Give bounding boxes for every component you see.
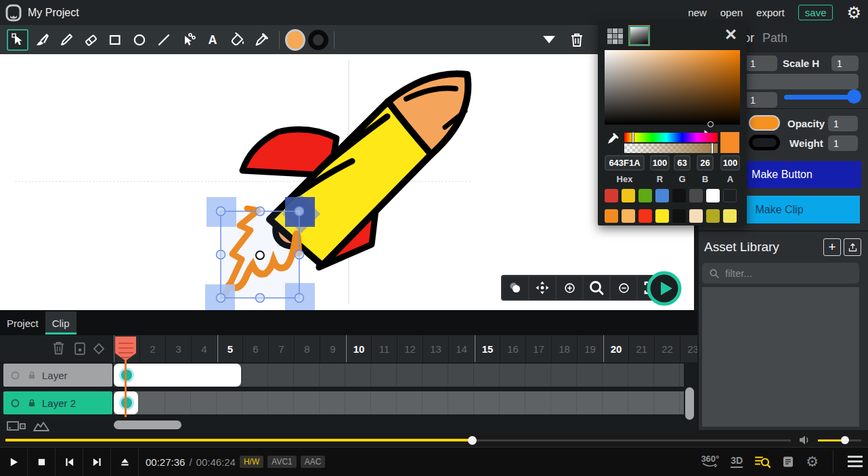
frame-9-cell[interactable]: 9 bbox=[320, 335, 346, 362]
frame-21-cell[interactable]: 21 bbox=[629, 335, 655, 362]
volume-knob[interactable] bbox=[841, 436, 849, 444]
color-swatch[interactable] bbox=[689, 209, 703, 223]
settings-gear-icon[interactable]: ⚙ bbox=[846, 5, 861, 21]
tab-project[interactable]: Project bbox=[0, 311, 45, 334]
stop-button[interactable] bbox=[28, 448, 56, 476]
hue-slider-marker[interactable] bbox=[632, 132, 634, 143]
frame-7-cell[interactable]: 7 bbox=[269, 335, 295, 362]
add-asset-button[interactable]: + bbox=[823, 238, 841, 256]
layer1-label[interactable]: Layer bbox=[3, 364, 112, 387]
new-button[interactable]: new bbox=[688, 7, 707, 18]
zoom-out-button[interactable] bbox=[611, 276, 636, 299]
pan-button[interactable] bbox=[529, 276, 555, 299]
frame-settings-icon[interactable] bbox=[72, 341, 87, 357]
frame-2-cell[interactable]: 2 bbox=[140, 335, 166, 362]
seekbar[interactable] bbox=[0, 433, 868, 447]
export-button[interactable]: export bbox=[756, 7, 785, 18]
swatch-grid-tab[interactable] bbox=[607, 28, 624, 45]
weight-input[interactable] bbox=[828, 135, 858, 151]
select-tool-button[interactable] bbox=[7, 29, 28, 51]
drawing-canvas[interactable] bbox=[0, 54, 694, 310]
frame-3-cell[interactable]: 3 bbox=[166, 335, 192, 362]
preview-play-button[interactable] bbox=[647, 271, 682, 306]
add-keyframe-diamond-icon[interactable] bbox=[90, 341, 108, 357]
brush-tool-button[interactable] bbox=[31, 29, 53, 51]
frame-4-cell[interactable]: 4 bbox=[192, 335, 217, 362]
close-icon[interactable]: ✕ bbox=[724, 26, 737, 44]
frame-11-cell[interactable]: 11 bbox=[372, 335, 397, 362]
color-swatch[interactable] bbox=[706, 189, 720, 202]
lock-layer-icon[interactable] bbox=[27, 398, 37, 408]
eyedropper-icon[interactable] bbox=[606, 132, 620, 146]
delete-frame-trash-icon[interactable] bbox=[52, 341, 65, 355]
stroke-color-swatch[interactable] bbox=[308, 30, 328, 50]
text-tool-button[interactable]: A bbox=[202, 29, 223, 51]
eject-button[interactable] bbox=[111, 448, 139, 476]
red-input[interactable] bbox=[650, 155, 670, 171]
ellipse-tool-button[interactable] bbox=[129, 29, 150, 51]
notes-icon[interactable] bbox=[782, 456, 794, 468]
frame-13-cell[interactable]: 13 bbox=[423, 335, 449, 362]
frame-10-cell[interactable]: 10 bbox=[346, 335, 372, 362]
color-swatch[interactable] bbox=[655, 209, 669, 223]
line-tool-button[interactable] bbox=[153, 29, 175, 51]
alpha-input[interactable] bbox=[720, 155, 740, 171]
volume-slider[interactable] bbox=[818, 439, 844, 441]
saturation-value-area[interactable] bbox=[605, 50, 740, 125]
opacity-slider-knob[interactable] bbox=[847, 89, 861, 104]
asset-list-area[interactable] bbox=[702, 287, 859, 427]
frame-16-cell[interactable]: 16 bbox=[500, 335, 526, 362]
layer2-frame-track[interactable] bbox=[114, 391, 684, 414]
frame-15-cell[interactable]: 15 bbox=[475, 335, 500, 362]
hue-slider[interactable] bbox=[624, 133, 718, 142]
frame-8-cell[interactable]: 8 bbox=[295, 335, 320, 362]
fill-color-swatch[interactable] bbox=[285, 29, 305, 51]
color-swatch[interactable] bbox=[672, 189, 686, 202]
frame-22-cell[interactable]: 22 bbox=[655, 335, 680, 362]
color-swatch[interactable] bbox=[723, 189, 737, 202]
gradient-picker-tab[interactable] bbox=[629, 26, 649, 45]
upload-asset-button[interactable] bbox=[844, 238, 861, 256]
frame-6-cell[interactable]: 6 bbox=[243, 335, 269, 362]
horizontal-scrollbar-thumb[interactable] bbox=[114, 420, 181, 429]
pivot-point-handle[interactable] bbox=[256, 251, 264, 259]
stroke-color-pill[interactable] bbox=[749, 135, 780, 150]
keyframe-dot[interactable] bbox=[121, 397, 132, 408]
360-view-icon[interactable]: 360° bbox=[701, 455, 719, 468]
color-marker[interactable] bbox=[708, 121, 714, 127]
delete-trash-icon[interactable] bbox=[570, 33, 584, 47]
color-swatch[interactable] bbox=[638, 189, 652, 202]
color-swatch[interactable] bbox=[605, 189, 618, 202]
frame-14-cell[interactable]: 14 bbox=[449, 335, 475, 362]
fill-bucket-tool-button[interactable] bbox=[226, 29, 248, 51]
keyframe-dot[interactable] bbox=[121, 370, 132, 381]
zoom-in-button[interactable] bbox=[557, 276, 582, 299]
hex-input[interactable] bbox=[605, 155, 645, 171]
eyedropper-tool-button[interactable] bbox=[251, 29, 272, 51]
skip-start-button[interactable] bbox=[56, 448, 83, 476]
opacity-row-input[interactable] bbox=[745, 92, 777, 108]
volume-icon[interactable] bbox=[799, 435, 810, 446]
color-swatch[interactable] bbox=[723, 209, 737, 223]
3d-mode-icon[interactable]: 3D bbox=[731, 455, 743, 468]
path-cursor-tool-button[interactable] bbox=[177, 29, 199, 51]
rectangle-tool-button[interactable] bbox=[104, 29, 126, 51]
menu-icon[interactable] bbox=[848, 456, 863, 467]
pencil-tool-button[interactable] bbox=[56, 29, 77, 51]
play-button[interactable] bbox=[0, 448, 28, 476]
seekbar-knob[interactable] bbox=[468, 436, 477, 445]
frame-18-cell[interactable]: 18 bbox=[552, 335, 578, 362]
frame-5-cell[interactable]: 5 bbox=[217, 335, 243, 362]
save-button[interactable]: save bbox=[798, 5, 833, 20]
hide-layer-icon[interactable] bbox=[10, 398, 20, 408]
color-swatch[interactable] bbox=[689, 189, 703, 202]
color-swatch[interactable] bbox=[672, 209, 686, 223]
green-input[interactable] bbox=[674, 155, 691, 171]
onion-skin-button[interactable] bbox=[502, 276, 528, 299]
opacity-slider[interactable] bbox=[784, 95, 857, 100]
frame-19-cell[interactable]: 19 bbox=[578, 335, 603, 362]
vertical-scrollbar-thumb[interactable] bbox=[685, 387, 694, 420]
opacity-input[interactable] bbox=[828, 116, 858, 131]
color-swatch[interactable] bbox=[622, 189, 635, 202]
scale-h-input[interactable] bbox=[831, 56, 859, 71]
